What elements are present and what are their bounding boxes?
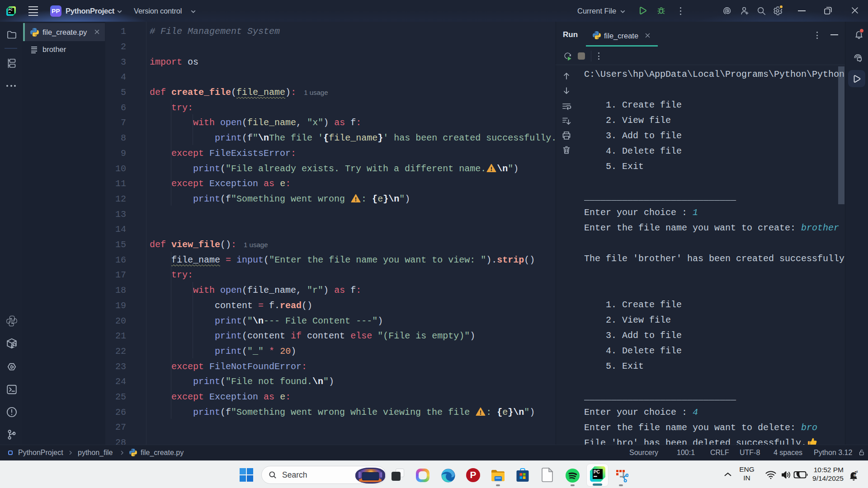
svg-text:z: z <box>856 470 858 473</box>
